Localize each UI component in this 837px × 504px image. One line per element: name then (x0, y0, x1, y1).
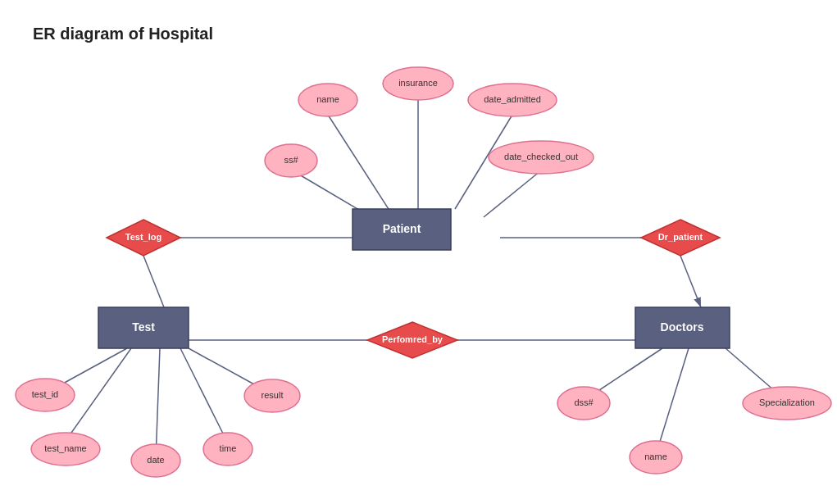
er-diagram: Patient Test Doctors Test_log Dr_patient… (0, 0, 837, 504)
attr-name-label: name (316, 94, 339, 104)
svg-line-15 (180, 348, 230, 447)
svg-line-14 (156, 348, 160, 459)
patient-label: Patient (383, 222, 421, 235)
attr-date-checked-out-label: date_checked_out (504, 152, 578, 161)
attr-time-label: time (220, 443, 237, 453)
attr-result-label: result (262, 390, 284, 400)
attr-test-name-label: test_name (44, 443, 86, 453)
attr-doc-name-label: name (644, 452, 667, 461)
svg-line-7 (143, 256, 164, 307)
test-label: Test (132, 320, 155, 334)
attr-dss-label: dss# (574, 397, 594, 407)
attr-ss-label: ss# (284, 155, 298, 165)
drpatient-label: Dr_patient (658, 232, 703, 242)
doctors-label: Doctors (661, 320, 704, 334)
attr-date-admitted-label: date_admitted (484, 94, 541, 104)
svg-line-5 (484, 170, 541, 217)
attr-test-id-label: test_id (32, 389, 58, 399)
attr-date-label: date (147, 455, 164, 465)
svg-line-9 (680, 256, 701, 307)
attr-specialization-label: Specialization (759, 397, 815, 407)
testlog-label: Test_log (125, 232, 161, 242)
svg-line-18 (656, 348, 689, 455)
attr-insurance-label: insurance (398, 78, 438, 88)
performedby-label: Perfomred_by (382, 334, 444, 344)
